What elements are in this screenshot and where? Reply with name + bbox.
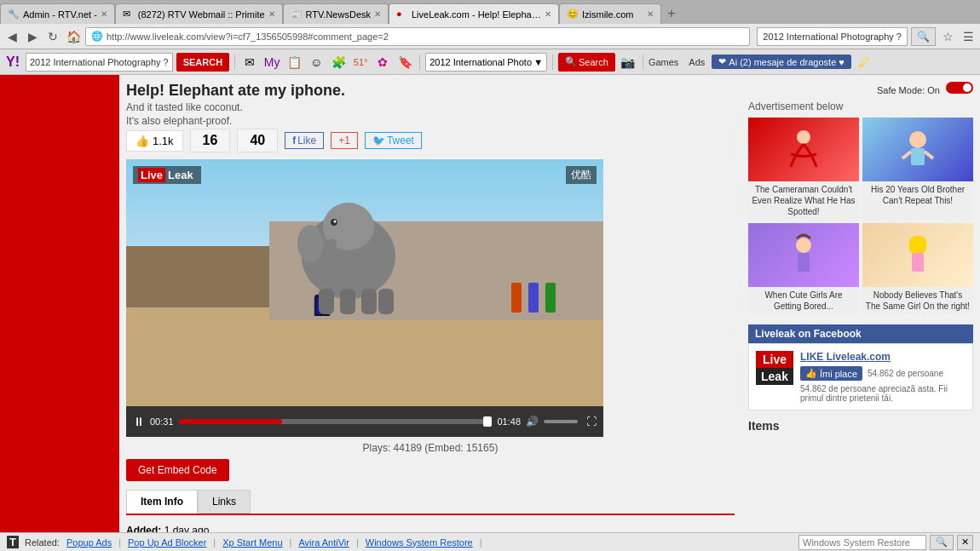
heart-icon: ❤	[718, 56, 726, 67]
volume-icon[interactable]: 🔊	[526, 416, 539, 428]
tab-3-close[interactable]: ✕	[374, 9, 381, 19]
svg-point-12	[909, 131, 926, 148]
ad-item-1[interactable]: His 20 Years Old Brother Can't Repeat Th…	[862, 118, 973, 220]
message-btn[interactable]: ❤ Ai (2) mesaje de dragoste ♥	[712, 55, 851, 69]
progress-thumb[interactable]	[483, 416, 492, 427]
status-link-1[interactable]: Pop Up Ad Blocker	[128, 537, 206, 548]
fb-like-button[interactable]: f Like	[285, 132, 324, 149]
yahoo-search-button[interactable]: SEARCH	[176, 53, 229, 72]
ad-item-0[interactable]: The Cameraman Couldn't Even Realize What…	[748, 118, 859, 220]
ad-thumb-1	[862, 118, 973, 181]
video-desc-1: And it tasted like coconut.	[126, 101, 735, 113]
tab-item-info[interactable]: Item Info	[126, 490, 198, 514]
notepad-icon[interactable]: 📋	[285, 53, 303, 72]
svg-rect-7	[378, 289, 394, 314]
new-tab-button[interactable]: +	[661, 3, 682, 24]
reload-button[interactable]: ↻	[44, 28, 61, 45]
tab-4[interactable]: ● LiveLeak.com - Help! Elephant ate my i…	[389, 3, 559, 24]
volume-bar[interactable]	[544, 420, 578, 423]
plays-info: Plays: 44189 (Embed: 15165)	[126, 442, 735, 454]
related-area: T Related:	[7, 536, 60, 548]
international-dropdown[interactable]: 2012 International Photography ? ▼	[425, 53, 547, 72]
ll-fb-section: Liveleak on Facebook	[748, 324, 973, 343]
ll-fb-like-button[interactable]: 👍 Îmi place	[800, 366, 862, 381]
mail-icon[interactable]: ✉	[240, 53, 259, 72]
svg-line-15	[925, 152, 933, 158]
status-search-button[interactable]: 🔍	[930, 535, 954, 550]
yahoo-search-box[interactable]: 2012 International Photography ?	[26, 53, 173, 72]
browser-search-box[interactable]: 2012 International Photography ?	[757, 27, 908, 46]
tab-5-close[interactable]: ✕	[647, 9, 654, 19]
tab-4-close[interactable]: ✕	[545, 9, 551, 19]
star-button[interactable]: ☆	[939, 28, 956, 45]
smiley-icon[interactable]: ☺	[307, 53, 326, 72]
video-controls: ⏸ 00:31 01:48 🔊 ⛶	[126, 406, 603, 437]
status-link-3[interactable]: Avira AntiVir	[298, 537, 349, 548]
search-button-2[interactable]: 🔍 Search	[558, 53, 615, 72]
ll-fb-link[interactable]: LIKE Liveleak.com	[800, 351, 966, 363]
ll-fb-count: 54.862 de persoane apreciază asta. Fii p…	[800, 384, 966, 403]
my-yahoo-icon[interactable]: My	[262, 53, 281, 72]
ll-fb-actions: 👍 Îmi place 54.862 de persoane	[800, 366, 966, 381]
safe-mode-toggle[interactable]	[946, 82, 973, 94]
tweet-button[interactable]: 🐦 Tweet	[365, 132, 422, 149]
tweet-label: Tweet	[387, 135, 414, 146]
menu-button[interactable]: ☰	[960, 28, 977, 45]
gplus-button[interactable]: +1	[331, 132, 358, 149]
twitter-icon: 🐦	[372, 135, 385, 146]
yahoo-icon[interactable]: Y!	[3, 53, 22, 72]
video-title: Help! Elephant ate my iphone.	[126, 82, 735, 100]
video-desc-2: It's also elephant-proof.	[126, 115, 735, 127]
address-bar[interactable]: 🌐 http://www.liveleak.com/view?i=cf7_135…	[85, 27, 750, 46]
tab-5[interactable]: 😊 Izismile.com ✕	[559, 3, 661, 24]
ads-link[interactable]: Ads	[689, 57, 705, 67]
tab-1[interactable]: 🔧 Admin - RTV.net - ✕	[0, 3, 115, 24]
fb-icon: f	[292, 135, 296, 146]
sep-3: |	[356, 537, 359, 548]
status-link-0[interactable]: Popup Ads	[66, 537, 112, 548]
back-button[interactable]: ◀	[3, 28, 20, 45]
embed-button[interactable]: Get Embed Code	[126, 459, 229, 481]
tab-links[interactable]: Links	[198, 490, 251, 514]
camera-icon[interactable]: 📷	[619, 53, 637, 72]
ad-item-2[interactable]: When Cute Girls Are Getting Bored...	[748, 223, 859, 314]
video-thumbnail[interactable]: Live Leak 优酷	[126, 159, 603, 406]
ad-item-3[interactable]: Nobody Believes That's The Same Girl On …	[862, 223, 973, 314]
toolbar-2: Y! 2012 International Photography ? SEAR…	[0, 49, 980, 75]
address-text: http://www.liveleak.com/view?i=cf7_13565…	[107, 32, 744, 42]
progress-bar[interactable]	[179, 419, 493, 424]
bookmark-icon[interactable]: 🔖	[395, 53, 414, 72]
fb-like-label: Like	[297, 135, 316, 146]
status-link-4[interactable]: Windows System Restore	[366, 537, 473, 548]
status-close-button[interactable]: ✕	[957, 535, 973, 550]
tab-5-icon: 😊	[567, 9, 579, 20]
tab-2[interactable]: ✉ (8272) RTV Webmail :: Primite ✕	[115, 3, 283, 24]
ad-thumb-2	[748, 223, 859, 287]
svg-rect-4	[319, 289, 334, 314]
sep-0: |	[118, 537, 121, 548]
temp-icon[interactable]: 51°	[351, 53, 370, 72]
progress-fill	[179, 419, 282, 424]
pause-button[interactable]: ⏸	[133, 415, 145, 428]
status-search-input[interactable]	[798, 535, 926, 550]
ads-grid: The Cameraman Couldn't Even Realize What…	[748, 118, 973, 314]
puzzle-icon[interactable]: 🧩	[329, 53, 348, 72]
elephant	[293, 197, 404, 316]
tab-3[interactable]: 📰 RTV.NewsDesk ✕	[283, 3, 389, 24]
status-link-2[interactable]: Xp Start Menu	[222, 537, 282, 548]
flickr-icon[interactable]: ✿	[373, 53, 392, 72]
added-label: Added:	[126, 525, 161, 532]
tab-2-close[interactable]: ✕	[268, 9, 275, 19]
fullscreen-button[interactable]: ⛶	[586, 416, 597, 428]
gplus-label: +1	[338, 135, 350, 146]
svg-point-8	[297, 225, 323, 262]
tab-1-close[interactable]: ✕	[101, 9, 107, 19]
browser-search-button[interactable]: 🔍	[911, 27, 936, 46]
home-button[interactable]: 🏠	[65, 28, 82, 45]
svg-line-14	[902, 152, 911, 158]
svg-point-11	[797, 130, 810, 144]
forward-button[interactable]: ▶	[24, 28, 41, 45]
views-count: 40	[237, 129, 278, 152]
games-link[interactable]: Games	[649, 57, 678, 67]
highlighter-icon[interactable]: 🖊	[855, 53, 873, 72]
